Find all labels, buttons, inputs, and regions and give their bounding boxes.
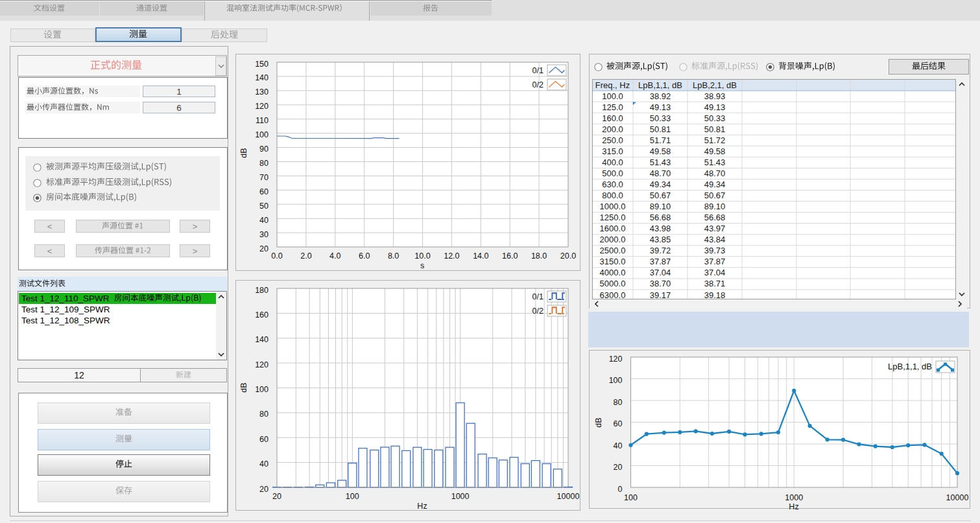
svg-text:Freq., Hz: Freq., Hz [595, 80, 630, 90]
svg-text:1600.0: 1600.0 [600, 224, 626, 233]
svg-text:2000.0: 2000.0 [600, 235, 626, 244]
svg-text:100: 100 [255, 385, 269, 394]
svg-text:38.70: 38.70 [650, 279, 671, 288]
svg-text:20.0: 20.0 [560, 251, 576, 261]
svg-text:43.85: 43.85 [650, 235, 671, 244]
svg-text:150: 150 [255, 60, 269, 69]
svg-text:s: s [420, 261, 424, 270]
svg-text:LpB,2,1, dB: LpB,2,1, dB [693, 80, 737, 90]
svg-text:100: 100 [346, 492, 359, 501]
svg-text:50.67: 50.67 [650, 191, 671, 200]
svg-text:dB: dB [239, 382, 248, 392]
svg-text:20: 20 [259, 485, 269, 494]
svg-text:38.93: 38.93 [704, 91, 726, 101]
svg-text:Hz: Hz [789, 502, 798, 511]
svg-text:110: 110 [256, 116, 269, 125]
svg-text:49.13: 49.13 [650, 102, 671, 112]
svg-text:100: 100 [255, 130, 269, 139]
svg-text:40: 40 [259, 459, 269, 469]
svg-text:250.0: 250.0 [602, 135, 623, 145]
svg-text:39.73: 39.73 [704, 246, 726, 255]
svg-text:50.81: 50.81 [704, 124, 726, 134]
svg-text:LpB,1,1, dB: LpB,1,1, dB [888, 362, 932, 371]
svg-text:200.0: 200.0 [602, 124, 623, 134]
svg-text:1000.0: 1000.0 [600, 202, 626, 211]
svg-text:1000: 1000 [785, 493, 803, 502]
svg-text:38.92: 38.92 [650, 91, 671, 101]
svg-text:400.0: 400.0 [602, 157, 623, 167]
svg-text:4000.0: 4000.0 [600, 268, 626, 277]
svg-text:49.34: 49.34 [650, 180, 671, 189]
svg-text:0: 0 [618, 485, 623, 494]
svg-text:125.0: 125.0 [602, 102, 623, 112]
svg-text:130: 130 [255, 87, 269, 97]
svg-text:800.0: 800.0 [602, 191, 623, 200]
svg-text:1000: 1000 [451, 492, 470, 501]
svg-text:180: 180 [255, 286, 269, 295]
svg-text:160.0: 160.0 [602, 113, 623, 123]
svg-text:20: 20 [272, 492, 281, 501]
svg-text:43.84: 43.84 [704, 235, 726, 244]
svg-text:48.70: 48.70 [704, 169, 726, 178]
svg-text:30: 30 [259, 230, 269, 239]
svg-text:10000: 10000 [946, 493, 969, 502]
svg-text:140: 140 [255, 335, 269, 344]
svg-text:500.0: 500.0 [602, 169, 623, 178]
svg-text:40: 40 [614, 441, 623, 450]
svg-text:60: 60 [614, 419, 623, 428]
svg-text:1250.0: 1250.0 [600, 213, 626, 222]
svg-text:60: 60 [259, 187, 269, 196]
svg-text:0/2: 0/2 [532, 80, 544, 89]
svg-text:56.68: 56.68 [704, 213, 726, 222]
svg-text:10.0: 10.0 [414, 251, 430, 261]
svg-text:0/1: 0/1 [532, 66, 544, 75]
svg-text:0/2: 0/2 [532, 307, 544, 316]
svg-text:6.0: 6.0 [359, 251, 370, 261]
svg-text:20: 20 [259, 244, 269, 253]
svg-text:49.34: 49.34 [704, 180, 726, 189]
svg-text:630.0: 630.0 [602, 180, 623, 189]
svg-text:2.0: 2.0 [300, 251, 311, 261]
svg-text:51.43: 51.43 [650, 157, 671, 167]
svg-text:50.33: 50.33 [704, 113, 726, 123]
svg-text:Hz: Hz [417, 502, 427, 511]
svg-text:8.0: 8.0 [388, 251, 399, 261]
svg-text:89.10: 89.10 [650, 202, 671, 211]
svg-text:37.04: 37.04 [650, 268, 671, 277]
svg-text:100: 100 [624, 493, 638, 502]
svg-text:dB: dB [239, 148, 248, 157]
svg-text:39.18: 39.18 [704, 290, 726, 300]
svg-text:37.87: 37.87 [704, 257, 726, 266]
svg-text:51.43: 51.43 [704, 157, 726, 167]
svg-text:51.72: 51.72 [704, 135, 726, 145]
svg-text:12.0: 12.0 [444, 251, 459, 261]
svg-text:20: 20 [614, 463, 623, 472]
svg-text:49.58: 49.58 [704, 146, 726, 156]
svg-text:2500.0: 2500.0 [600, 246, 626, 255]
svg-text:140: 140 [255, 73, 269, 82]
svg-text:50.67: 50.67 [704, 191, 726, 200]
svg-text:315.0: 315.0 [602, 146, 623, 156]
svg-text:100.0: 100.0 [602, 91, 623, 101]
svg-text:80: 80 [614, 398, 623, 407]
svg-text:49.58: 49.58 [650, 146, 671, 156]
svg-text:60: 60 [259, 435, 269, 444]
svg-text:50.81: 50.81 [650, 124, 671, 134]
svg-text:80: 80 [259, 410, 269, 419]
svg-text:4.0: 4.0 [329, 251, 341, 261]
svg-text:16.0: 16.0 [502, 251, 518, 261]
svg-text:18.0: 18.0 [531, 251, 547, 261]
svg-text:38.71: 38.71 [704, 279, 726, 288]
svg-text:51.71: 51.71 [650, 135, 671, 145]
svg-text:39.17: 39.17 [650, 290, 671, 300]
svg-text:50: 50 [259, 202, 269, 211]
svg-text:37.87: 37.87 [650, 257, 671, 266]
svg-text:10000: 10000 [557, 492, 580, 501]
svg-text:120: 120 [255, 360, 269, 369]
svg-text:43.98: 43.98 [650, 224, 671, 233]
svg-text:80: 80 [259, 159, 269, 168]
svg-text:160: 160 [255, 310, 269, 320]
svg-text:90: 90 [259, 145, 269, 154]
svg-text:0/1: 0/1 [532, 292, 544, 301]
svg-text:14.0: 14.0 [473, 251, 488, 261]
